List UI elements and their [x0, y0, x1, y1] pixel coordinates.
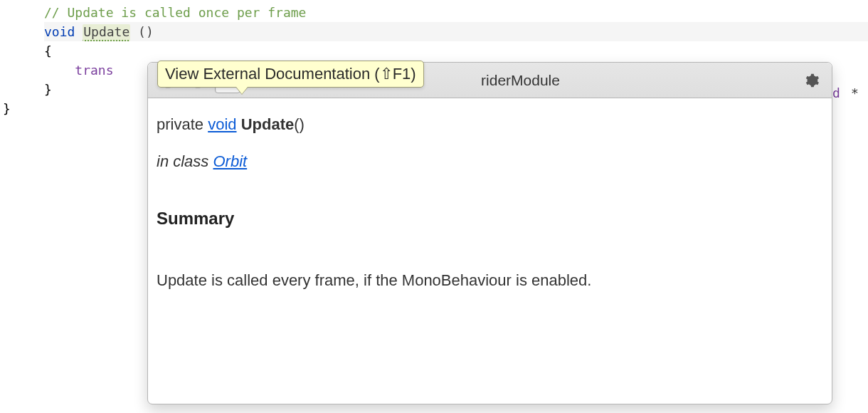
keyword-void: void [44, 24, 75, 39]
code-tail-d: d [832, 85, 840, 100]
sig-parens: () [294, 115, 305, 133]
method-parens: () [130, 24, 154, 39]
code-tail-star: * [851, 85, 859, 100]
summary-heading: Summary [157, 207, 823, 230]
sig-void-link[interactable]: void [208, 115, 236, 133]
code-body-start: trans [75, 63, 113, 78]
outer-brace-close: } [3, 101, 11, 116]
summary-text: Update is called every frame, if the Mon… [157, 270, 823, 291]
tooltip-label: View External Documentation (⇧F1) [165, 65, 416, 83]
code-comment: // Update is called once per frame [44, 5, 306, 20]
in-class-line: in class Orbit [157, 151, 823, 172]
sig-method-name: Update [241, 115, 295, 133]
method-signature: private void Update() [157, 114, 823, 135]
brace-close: } [44, 82, 52, 97]
class-link[interactable]: Orbit [213, 152, 247, 170]
documentation-popup: riderModule private void Update() in cla… [147, 62, 832, 404]
settings-button[interactable] [799, 68, 825, 93]
method-identifier[interactable]: Update [83, 24, 130, 41]
brace-open: { [44, 43, 52, 58]
sig-private: private [157, 115, 208, 133]
tooltip: View External Documentation (⇧F1) [157, 61, 424, 88]
doc-content: private void Update() in class Orbit Sum… [148, 98, 832, 404]
